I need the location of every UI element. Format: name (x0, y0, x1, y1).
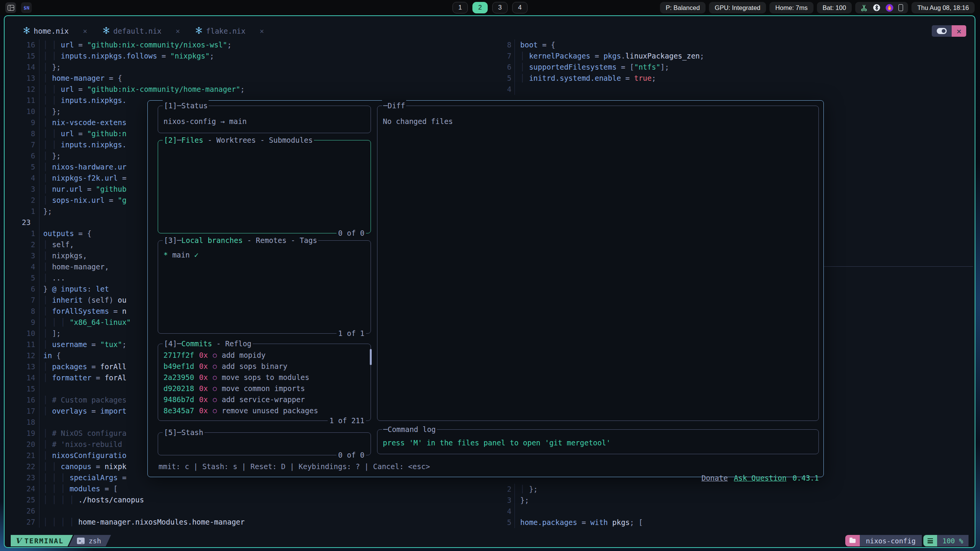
code-text: │ packages = forAll (39, 361, 126, 372)
app-launcher-grid-icon[interactable] (5, 2, 16, 13)
commit-row[interactable]: d9202180x○move common imports (158, 383, 371, 394)
line-number: 13 (5, 73, 35, 84)
lazygit-files-panel[interactable]: [2]─Files - Worktrees - Submodules 0 of … (158, 140, 371, 233)
commit-row[interactable]: 2717f2f0x○add mopidy (158, 350, 371, 361)
line-number: 6 (5, 150, 35, 161)
tab-close-icon[interactable]: × (260, 27, 264, 35)
window-close-button[interactable]: × (952, 25, 966, 37)
branches-count: 1 of 1 (336, 328, 366, 339)
token: = [ (100, 484, 118, 493)
branch-status: nixos-config → main (158, 116, 371, 127)
pane-toggle-button[interactable] (932, 25, 952, 37)
line-number: 5 (494, 73, 511, 84)
tab-home.nix[interactable]: home.nix× (23, 27, 87, 36)
commit-row[interactable]: b49ef1d0x○add sops binary (158, 361, 371, 372)
lazygit-command-log-panel[interactable]: ─Command log press 'M' in the files pane… (377, 429, 819, 454)
line-number: 4 (5, 261, 35, 272)
token: home-manager.nixosModules.home-manager (78, 518, 245, 526)
indent-guide: │ (43, 262, 52, 271)
token: inputs.nixpkgs. (61, 140, 127, 149)
lazygit-diff-panel[interactable]: ─Diff No changed files (377, 106, 819, 421)
token: = (91, 462, 105, 471)
nix-snowflake-icon (195, 27, 203, 36)
commit-author: 0x (199, 383, 208, 394)
token: ; (122, 340, 126, 349)
code-line: 12│ │ url = "github:nix-community/home-m… (5, 84, 497, 95)
token: = (83, 185, 96, 193)
workspace-pill-1[interactable]: 1 (452, 2, 468, 13)
token: = (621, 74, 634, 82)
tab-default.nix[interactable]: default.nix× (103, 27, 180, 36)
tab-flake.nix[interactable]: flake.nix× (195, 27, 264, 36)
tab-close-icon[interactable]: × (83, 27, 87, 35)
commit-hash: 2717f2f (163, 350, 194, 361)
code-text: │ overlays = import (39, 406, 126, 417)
donate-link[interactable]: Donate (701, 474, 728, 482)
indent-guide: │ (43, 174, 52, 182)
neovim-launcher-icon[interactable]: $N (21, 2, 32, 13)
line-number: 21 (5, 450, 35, 461)
token: }; (52, 63, 61, 71)
indent-guide: │ │ (43, 140, 61, 149)
line-number: 25 (5, 494, 35, 505)
workspace-pill-4[interactable]: 4 (512, 2, 528, 13)
commit-row[interactable]: 2a239500x○move sops to modules (158, 372, 371, 383)
lazygit-stash-panel[interactable]: [5]─Stash 0 of 0 (158, 432, 371, 455)
line-number: 9 (5, 117, 35, 128)
files-panel-title: [2]─Files - Worktrees - Submodules (163, 135, 314, 146)
lazygit-branches-panel[interactable]: [3]─Local branches - Remotes - Tags * ma… (158, 240, 371, 334)
token: nixosConfiguratio (52, 451, 126, 460)
scroll-segment: 100 % (937, 535, 969, 546)
editor-pane-right-top[interactable]: 8boot = {7│ kernelPackages = pkgs.linuxP… (494, 39, 973, 95)
token: = { (538, 41, 555, 49)
editor-pane-right-bottom[interactable]: 2│ };3};45home.packages = with pkgs; [ (494, 484, 973, 528)
code-text: │ nixos-hardware.ur (39, 161, 126, 173)
commit-row[interactable]: 9486b7d0x○add service-wrapper (158, 394, 371, 405)
commit-hash: d920218 (163, 383, 194, 394)
commit-graph-node: ○ (213, 350, 217, 361)
token: inputs.nixpkgs. (61, 96, 127, 104)
line-number: 26 (5, 505, 35, 517)
code-text: │ ... (39, 272, 65, 284)
commits-scrollbar[interactable] (370, 349, 372, 365)
code-line: 25│ │ │ │ ./hosts/canopus (5, 494, 497, 505)
code-line: 8boot = { (494, 39, 973, 51)
token: # Custom packages (52, 396, 126, 404)
token: ; (240, 85, 245, 93)
token: specialArgs (70, 473, 118, 482)
lazygit-status-panel[interactable]: [1]─Status nixos-config → main (158, 106, 371, 133)
indent-guide: │ (43, 251, 52, 260)
indent-guide: │ │ (43, 96, 61, 104)
indent-guide: │ (43, 373, 52, 382)
token: = (157, 52, 170, 60)
token: ) (109, 296, 118, 304)
line-number: 5 (494, 517, 511, 528)
code-text: │ home-manager, (39, 261, 109, 272)
commit-message: add service-wrapper (222, 394, 305, 405)
code-text: │ kernelPackages = pkgs.linuxPackages_ze… (514, 51, 704, 62)
code-text: │ self, (39, 239, 74, 250)
token: = (577, 518, 590, 527)
token: = { (74, 229, 91, 238)
workspace-pill-2[interactable]: 2 (472, 2, 488, 13)
code-text: │ │ url = "github:nix-community/home-man… (39, 84, 245, 95)
tab-close-icon[interactable]: × (176, 27, 180, 35)
workspace-switcher: 1234 (452, 2, 528, 13)
indent-guide: │ (520, 74, 529, 82)
code-text: home.packages = with pkgs; [ (514, 517, 643, 528)
commit-row[interactable]: 8e345a70x○remove unused packages (158, 405, 371, 416)
token: home-manager (52, 74, 105, 82)
code-text (39, 417, 43, 428)
branch-row[interactable]: * main ✓ (158, 249, 371, 261)
lazygit-commits-panel[interactable]: [4]─Commits - Reflog 2717f2f0x○add mopid… (158, 344, 371, 421)
lazygit-keybindings-bar: mmit: c | Stash: s | Reset: D | Keybindi… (158, 461, 819, 472)
token: forAl (105, 373, 126, 382)
code-text (514, 84, 520, 95)
mode-segment: VTERMINAL (11, 535, 73, 546)
line-number: 3 (5, 184, 35, 195)
line-number: 2 (494, 484, 511, 495)
commit-graph-node: ○ (213, 361, 217, 372)
ask-question-link[interactable]: Ask Question (734, 474, 786, 482)
workspace-pill-3[interactable]: 3 (492, 2, 508, 13)
token: = (74, 129, 87, 138)
